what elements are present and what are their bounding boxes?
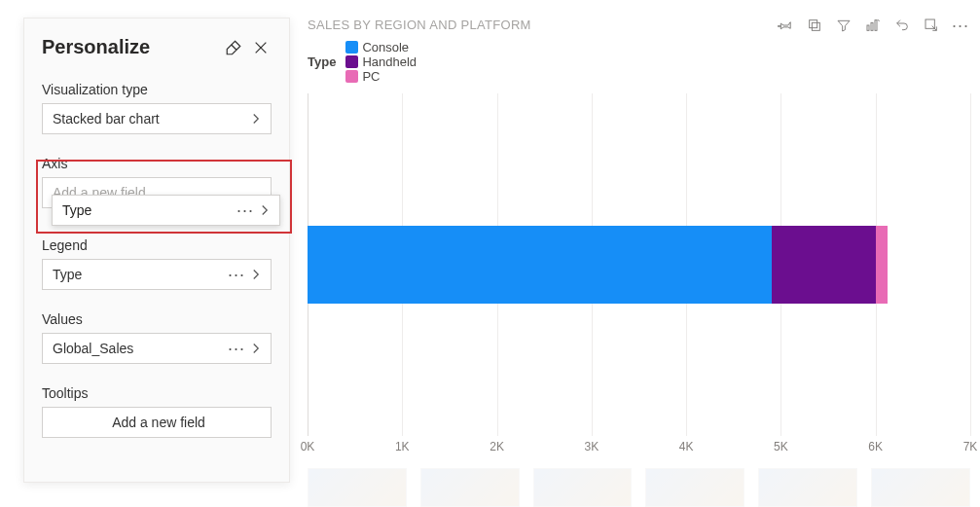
field-value: Type (53, 267, 226, 282)
legend-item[interactable]: Console (345, 40, 417, 54)
legend-label: Console (362, 40, 409, 54)
chevron-right-icon (247, 340, 265, 357)
axis-tick-label: 2K (490, 440, 504, 453)
axis-tick-label: 7K (963, 440, 978, 453)
eraser-icon[interactable] (223, 37, 244, 58)
personalize-icon[interactable] (863, 16, 883, 35)
close-icon[interactable] (250, 37, 272, 58)
axis-tick-label: 1K (395, 440, 410, 453)
legend-swatch (345, 41, 358, 54)
section-label: Visualization type (42, 82, 272, 97)
thumbnail[interactable] (308, 468, 407, 507)
svg-rect-5 (871, 22, 873, 30)
section-label: Axis (42, 156, 272, 171)
legend-item[interactable]: Handheld (345, 54, 417, 69)
field-value: Global_Sales (53, 341, 226, 356)
legend-item[interactable]: PC (345, 69, 417, 84)
chevron-right-icon (247, 266, 265, 283)
drag-field-pill[interactable]: Type ··· (52, 195, 280, 226)
section-visualization-type: Visualization type Stacked bar chart (42, 82, 272, 134)
chevron-right-icon (256, 201, 273, 219)
stacked-bar (308, 226, 970, 304)
axis-tick-label: 6K (868, 440, 883, 453)
chart-plot-area[interactable]: 0K1K2K3K4K5K6K7K (308, 93, 970, 453)
legend-field-well[interactable]: Type ··· (42, 259, 272, 290)
more-icon[interactable]: ··· (951, 16, 970, 35)
section-label: Legend (42, 237, 272, 253)
visual-toolbar: ··· (776, 16, 970, 35)
section-tooltips: Tooltips Add a new field (42, 385, 272, 438)
axis-tick-label: 3K (585, 440, 599, 453)
bar-segment-pc[interactable] (876, 226, 889, 304)
legend-label: Handheld (362, 54, 417, 69)
filter-icon[interactable] (834, 16, 853, 35)
svg-rect-2 (812, 22, 819, 30)
x-axis-labels: 0K1K2K3K4K5K6K7K (308, 436, 970, 453)
section-values: Values Global_Sales ··· (42, 311, 272, 364)
chart-visual: SALES BY REGION AND PLATFORM ··· Type Co… (308, 18, 970, 464)
bar-segment-console[interactable] (308, 226, 772, 304)
thumbnail[interactable] (645, 468, 744, 507)
legend-title: Type (308, 54, 336, 69)
values-field-well[interactable]: Global_Sales ··· (42, 333, 272, 364)
chevron-right-icon (247, 110, 265, 127)
add-field-label: Add a new field (112, 415, 205, 430)
bar-segment-handheld[interactable] (772, 226, 876, 304)
panel-title: Personalize (42, 36, 217, 58)
axis-tick-label: 5K (774, 440, 788, 453)
thumbnail[interactable] (758, 468, 857, 507)
pin-icon[interactable] (776, 16, 795, 35)
visualization-type-select[interactable]: Stacked bar chart (42, 103, 272, 134)
thumbnails-strip (308, 468, 970, 507)
undo-icon[interactable] (892, 16, 912, 35)
personalize-panel: Personalize Visualization type Stacked b… (23, 18, 290, 483)
section-label: Values (42, 311, 272, 327)
legend-label: PC (362, 69, 380, 84)
field-value: Stacked bar chart (53, 111, 247, 127)
thumbnail[interactable] (871, 468, 970, 507)
tooltips-add-field[interactable]: Add a new field (42, 407, 272, 438)
thumbnail[interactable] (420, 468, 520, 507)
svg-rect-6 (875, 20, 877, 31)
legend-swatch (345, 70, 358, 83)
panel-header: Personalize (42, 36, 272, 58)
axis-tick-label: 0K (301, 440, 315, 453)
thumbnail[interactable] (533, 468, 633, 507)
copy-icon[interactable] (805, 16, 824, 35)
chart-legend: Type ConsoleHandheldPC (308, 40, 970, 84)
svg-rect-3 (810, 20, 817, 28)
svg-rect-4 (867, 25, 869, 30)
legend-swatch (345, 55, 358, 68)
section-legend: Legend Type ··· (42, 237, 272, 290)
focus-icon[interactable] (922, 16, 941, 35)
section-label: Tooltips (42, 385, 272, 401)
drag-field-label: Type (62, 202, 235, 218)
axis-tick-label: 4K (679, 440, 694, 453)
